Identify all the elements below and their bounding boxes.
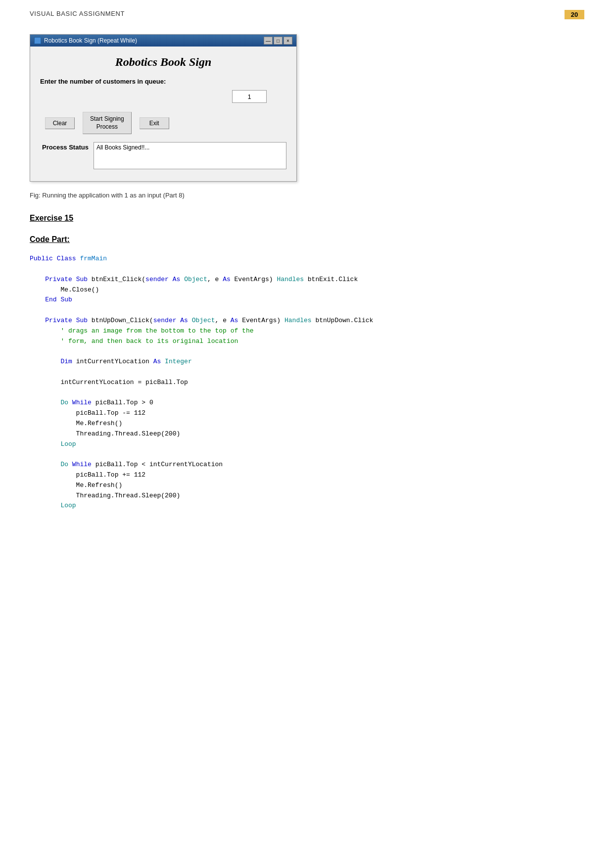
clear-button[interactable]: Clear <box>45 117 75 129</box>
titlebar-left: Robotics Book Sign (Repeat While) <box>34 37 137 44</box>
titlebar-controls: — □ × <box>264 37 292 45</box>
dialog-body: Robotics Book Sign Enter the number of c… <box>30 47 296 181</box>
input-label: Enter the number of customers in queue: <box>40 78 286 85</box>
dialog-main-title: Robotics Book Sign <box>40 55 286 69</box>
customers-input[interactable] <box>232 90 267 103</box>
minimize-button[interactable]: — <box>264 37 273 45</box>
app-icon <box>34 37 41 44</box>
figure-caption: Fig: Running the application with 1 as a… <box>30 192 584 199</box>
exercise-heading: Exercise 15 <box>30 214 584 223</box>
buttons-row: Clear Start Signing Process Exit <box>40 112 286 134</box>
page-number: 20 <box>565 10 584 19</box>
status-row: Process Status All Books Signed!!... <box>40 142 286 169</box>
close-button[interactable]: × <box>283 37 292 45</box>
code-part-heading: Code Part: <box>30 235 584 244</box>
status-textbox: All Books Signed!!... <box>94 142 286 169</box>
restore-button[interactable]: □ <box>274 37 283 45</box>
status-label: Process Status <box>42 142 89 151</box>
dialog-titlebar: Robotics Book Sign (Repeat While) — □ × <box>30 35 296 47</box>
page-title: VISUAL BASIC ASSIGNMENT <box>30 10 125 17</box>
input-row <box>40 90 286 103</box>
page-header: VISUAL BASIC ASSIGNMENT 20 <box>30 10 584 19</box>
dialog-title: Robotics Book Sign (Repeat While) <box>44 37 137 44</box>
dialog-window: Robotics Book Sign (Repeat While) — □ × … <box>30 34 297 182</box>
exit-button[interactable]: Exit <box>140 117 169 129</box>
code-block: Public Class frmMain Private Sub btnExit… <box>30 254 584 511</box>
start-signing-button[interactable]: Start Signing Process <box>83 112 132 134</box>
